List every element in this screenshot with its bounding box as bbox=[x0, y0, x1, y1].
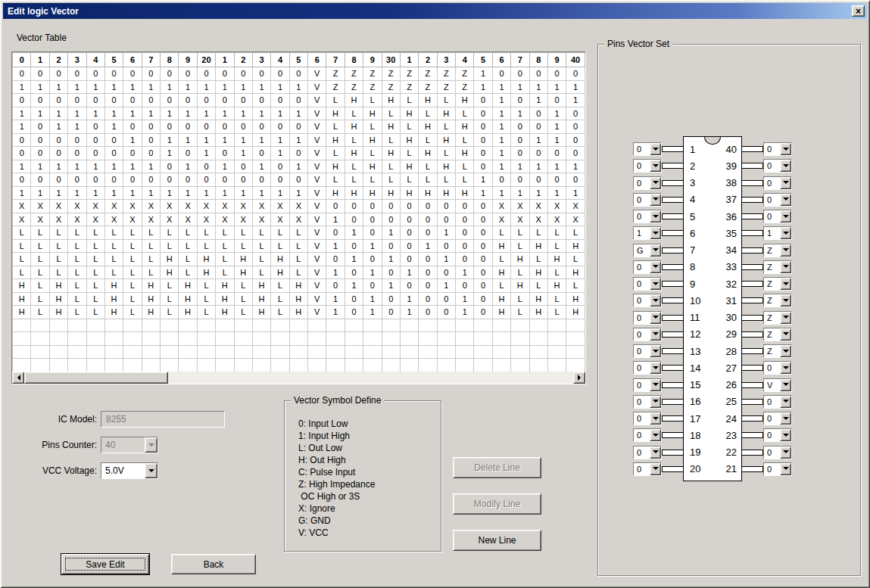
vector-cell[interactable]: 1 bbox=[197, 186, 215, 200]
vector-cell[interactable]: 1 bbox=[142, 160, 160, 173]
vector-cell[interactable]: H bbox=[529, 239, 547, 253]
pin-value-select-left[interactable]: G bbox=[633, 244, 662, 257]
vector-cell[interactable]: V bbox=[308, 239, 326, 253]
vector-cell[interactable]: 1 bbox=[326, 239, 345, 253]
vector-cell[interactable]: H bbox=[49, 279, 67, 293]
vector-cell[interactable] bbox=[216, 345, 234, 359]
vector-cell[interactable]: X bbox=[492, 213, 510, 226]
vector-cell[interactable]: 1 bbox=[492, 133, 510, 147]
vector-cell[interactable]: L bbox=[161, 226, 179, 240]
vector-cell[interactable] bbox=[252, 359, 270, 372]
vector-cell[interactable]: L bbox=[400, 147, 418, 160]
vector-cell[interactable]: 1 bbox=[474, 186, 492, 200]
vector-cell[interactable] bbox=[86, 359, 104, 372]
vector-cell[interactable]: L bbox=[271, 306, 289, 319]
dropdown-arrow-button[interactable] bbox=[780, 396, 791, 408]
vector-cell[interactable]: H bbox=[419, 147, 437, 160]
vector-cell[interactable]: X bbox=[142, 200, 160, 213]
vector-cell[interactable]: L bbox=[31, 253, 49, 266]
vector-cell[interactable]: X bbox=[234, 200, 252, 213]
vector-cell[interactable]: V bbox=[308, 94, 326, 107]
vector-cell[interactable]: 0 bbox=[529, 67, 547, 81]
vector-cell[interactable] bbox=[511, 359, 529, 372]
vector-cell[interactable] bbox=[547, 345, 566, 359]
vector-cell[interactable]: Z bbox=[345, 67, 363, 81]
vector-cell[interactable]: 1 bbox=[104, 186, 123, 200]
vector-cell[interactable]: 1 bbox=[363, 292, 382, 306]
vector-cell[interactable]: 0 bbox=[547, 173, 566, 187]
vector-cell[interactable]: H bbox=[289, 306, 307, 319]
vector-cell[interactable]: 0 bbox=[326, 200, 345, 213]
vector-cell[interactable]: H bbox=[104, 306, 123, 319]
vector-cell[interactable]: 0 bbox=[234, 67, 252, 81]
vector-cell[interactable]: 1 bbox=[511, 107, 529, 120]
vector-cell[interactable]: 1 bbox=[123, 133, 142, 147]
vector-cell[interactable]: 1 bbox=[474, 173, 492, 187]
vector-cell[interactable]: L bbox=[547, 306, 566, 319]
vector-cell[interactable]: 1 bbox=[456, 292, 474, 306]
vector-cell[interactable]: L bbox=[382, 173, 400, 187]
dropdown-arrow-button[interactable] bbox=[650, 160, 661, 172]
vector-cell[interactable]: X bbox=[68, 213, 86, 226]
vector-cell[interactable]: 0 bbox=[252, 67, 270, 81]
vector-cell[interactable]: 0 bbox=[216, 173, 234, 187]
vector-cell[interactable]: 0 bbox=[547, 147, 566, 160]
vector-cell[interactable] bbox=[252, 345, 270, 359]
vector-cell[interactable]: L bbox=[13, 239, 31, 253]
vector-cell[interactable]: L bbox=[511, 292, 529, 306]
vector-cell[interactable]: 0 bbox=[363, 226, 382, 240]
vector-cell[interactable]: 1 bbox=[492, 147, 510, 160]
vector-cell[interactable]: 0 bbox=[363, 279, 382, 293]
vector-cell[interactable]: 0 bbox=[511, 147, 529, 160]
vector-cell[interactable]: L bbox=[456, 160, 474, 173]
vector-cell[interactable]: L bbox=[216, 266, 234, 279]
vector-cell[interactable]: H bbox=[400, 133, 418, 147]
vector-cell[interactable]: 1 bbox=[326, 266, 345, 279]
vector-cell[interactable]: L bbox=[382, 133, 400, 147]
vector-cell[interactable]: L bbox=[49, 253, 67, 266]
vector-cell[interactable]: 0 bbox=[456, 213, 474, 226]
vector-cell[interactable] bbox=[197, 359, 215, 372]
vector-cell[interactable] bbox=[123, 345, 142, 359]
vector-cell[interactable]: 0 bbox=[400, 239, 418, 253]
vector-cell[interactable]: 0 bbox=[142, 133, 160, 147]
vector-cell[interactable]: H bbox=[271, 253, 289, 266]
vector-cell[interactable]: L bbox=[68, 279, 86, 293]
vector-cell[interactable] bbox=[308, 345, 326, 359]
vector-cell[interactable]: 0 bbox=[179, 120, 197, 134]
vector-cell[interactable]: H bbox=[234, 253, 252, 266]
vector-cell[interactable]: V bbox=[308, 306, 326, 319]
vector-cell[interactable]: L bbox=[86, 266, 104, 279]
vector-cell[interactable]: 0 bbox=[326, 253, 345, 266]
pin-value-select-left[interactable]: 1 bbox=[633, 226, 662, 240]
vector-cell[interactable]: L bbox=[529, 226, 547, 240]
vector-cell[interactable]: 1 bbox=[161, 133, 179, 147]
vector-cell[interactable]: 0 bbox=[345, 306, 363, 319]
vector-cell[interactable] bbox=[271, 332, 289, 346]
vector-cell[interactable]: 1 bbox=[142, 186, 160, 200]
vector-cell[interactable]: 0 bbox=[197, 120, 215, 134]
vector-cell[interactable] bbox=[566, 345, 585, 359]
vector-cell[interactable]: H bbox=[104, 292, 123, 306]
vector-cell[interactable] bbox=[326, 319, 345, 332]
dropdown-arrow-button[interactable] bbox=[650, 379, 661, 391]
vector-cell[interactable]: X bbox=[511, 213, 529, 226]
vector-cell[interactable]: Z bbox=[382, 80, 400, 94]
vector-cell[interactable]: 1 bbox=[289, 160, 307, 173]
vector-cell[interactable]: L bbox=[142, 226, 160, 240]
dropdown-arrow-button[interactable] bbox=[780, 177, 791, 189]
vector-cell[interactable]: X bbox=[86, 213, 104, 226]
vector-cell[interactable] bbox=[345, 359, 363, 372]
vector-cell[interactable]: 1 bbox=[492, 107, 510, 120]
vector-cell[interactable]: X bbox=[68, 200, 86, 213]
vector-cell[interactable]: 1 bbox=[289, 133, 307, 147]
vector-cell[interactable]: 1 bbox=[437, 253, 455, 266]
vector-cell[interactable]: 0 bbox=[566, 173, 585, 187]
vector-cell[interactable]: H bbox=[382, 186, 400, 200]
vector-cell[interactable]: 1 bbox=[68, 120, 86, 134]
vector-cell[interactable]: L bbox=[456, 107, 474, 120]
vector-cell[interactable]: L bbox=[511, 266, 529, 279]
vector-cell[interactable]: 0 bbox=[104, 173, 123, 187]
pin-value-select-left[interactable]: 0 bbox=[633, 193, 662, 207]
vector-cell[interactable] bbox=[474, 319, 492, 332]
